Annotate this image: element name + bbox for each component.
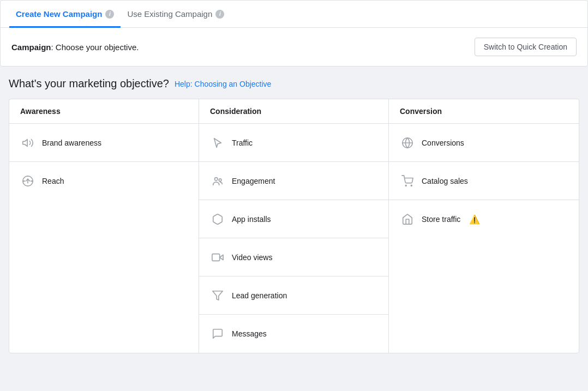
objective-heading-text: What's your marketing objective? bbox=[9, 77, 169, 90]
tab-bar: Create New Campaign i Use Existing Campa… bbox=[1, 1, 587, 28]
svg-point-5 bbox=[215, 177, 218, 181]
objectives-table: Awareness Consideration Conversion bbox=[9, 99, 579, 353]
objective-brand-awareness[interactable]: Brand awareness bbox=[9, 124, 199, 162]
use-existing-info-icon[interactable]: i bbox=[215, 10, 224, 19]
app-installs-icon bbox=[210, 212, 225, 227]
engagement-icon bbox=[210, 173, 225, 189]
campaign-card: Create New Campaign i Use Existing Campa… bbox=[0, 0, 588, 67]
col-header-conversion: Conversion bbox=[389, 99, 579, 123]
tab-use-existing-label: Use Existing Campaign bbox=[127, 9, 212, 19]
objective-messages[interactable]: Messages bbox=[199, 315, 388, 353]
lead-generation-icon bbox=[210, 288, 225, 303]
objective-heading-row: What's your marketing objective? Help: C… bbox=[9, 77, 579, 90]
traffic-label: Traffic bbox=[232, 139, 253, 147]
consideration-column: Traffic Engagement bbox=[199, 124, 389, 353]
objective-reach[interactable]: Reach bbox=[9, 162, 199, 200]
campaign-header: Campaign: Choose your objective. Switch … bbox=[1, 28, 587, 66]
tab-create-new[interactable]: Create New Campaign i bbox=[9, 1, 121, 28]
tab-use-existing[interactable]: Use Existing Campaign i bbox=[121, 1, 231, 28]
svg-point-12 bbox=[405, 185, 406, 186]
svg-marker-0 bbox=[23, 139, 27, 146]
brand-awareness-icon bbox=[20, 135, 35, 151]
messages-label: Messages bbox=[232, 329, 267, 338]
catalog-sales-label: Catalog sales bbox=[422, 177, 468, 185]
reach-icon bbox=[20, 173, 35, 189]
objective-app-installs[interactable]: App installs bbox=[199, 200, 388, 238]
campaign-subtitle: : Choose your objective. bbox=[51, 43, 139, 52]
messages-icon bbox=[210, 326, 225, 341]
main-content: What's your marketing objective? Help: C… bbox=[0, 67, 588, 353]
reach-label: Reach bbox=[42, 177, 64, 185]
objective-traffic[interactable]: Traffic bbox=[199, 124, 388, 162]
objective-engagement[interactable]: Engagement bbox=[199, 162, 388, 200]
awareness-column: Brand awareness bbox=[9, 124, 199, 353]
svg-point-6 bbox=[219, 178, 221, 181]
catalog-sales-icon bbox=[400, 173, 415, 189]
col-header-awareness: Awareness bbox=[9, 99, 199, 123]
table-header-row: Awareness Consideration Conversion bbox=[9, 99, 579, 124]
svg-marker-7 bbox=[220, 255, 223, 260]
create-new-info-icon[interactable]: i bbox=[105, 10, 114, 19]
traffic-icon bbox=[210, 135, 225, 151]
engagement-label: Engagement bbox=[232, 177, 275, 185]
help-link[interactable]: Help: Choosing an Objective bbox=[175, 80, 271, 88]
video-views-icon bbox=[210, 250, 225, 265]
app-installs-label: App installs bbox=[232, 215, 271, 224]
objective-conversions[interactable]: Conversions bbox=[389, 124, 579, 162]
brand-awareness-label: Brand awareness bbox=[42, 139, 101, 147]
campaign-objective-title: Campaign: Choose your objective. bbox=[11, 43, 139, 52]
conversions-icon bbox=[400, 135, 415, 151]
store-traffic-label: Store traffic bbox=[422, 215, 460, 224]
tab-create-new-label: Create New Campaign bbox=[16, 9, 102, 19]
objective-lead-generation[interactable]: Lead generation bbox=[199, 276, 388, 315]
svg-rect-8 bbox=[212, 254, 220, 261]
table-body: Brand awareness bbox=[9, 124, 579, 353]
video-views-label: Video views bbox=[232, 253, 272, 262]
svg-marker-9 bbox=[213, 291, 223, 300]
objective-video-views[interactable]: Video views bbox=[199, 238, 388, 276]
conversions-label: Conversions bbox=[422, 139, 464, 147]
objective-catalog-sales[interactable]: Catalog sales bbox=[389, 162, 579, 200]
objective-store-traffic[interactable]: Store traffic ⚠️ bbox=[389, 200, 579, 238]
store-traffic-icon bbox=[400, 212, 415, 227]
store-traffic-warning-icon: ⚠️ bbox=[469, 214, 480, 225]
quick-creation-button[interactable]: Switch to Quick Creation bbox=[475, 38, 577, 56]
svg-point-13 bbox=[411, 185, 412, 186]
campaign-label: Campaign bbox=[11, 43, 51, 52]
lead-generation-label: Lead generation bbox=[232, 291, 287, 300]
conversion-column: Conversions Catalog sales bbox=[389, 124, 579, 353]
col-header-consideration: Consideration bbox=[199, 99, 389, 123]
